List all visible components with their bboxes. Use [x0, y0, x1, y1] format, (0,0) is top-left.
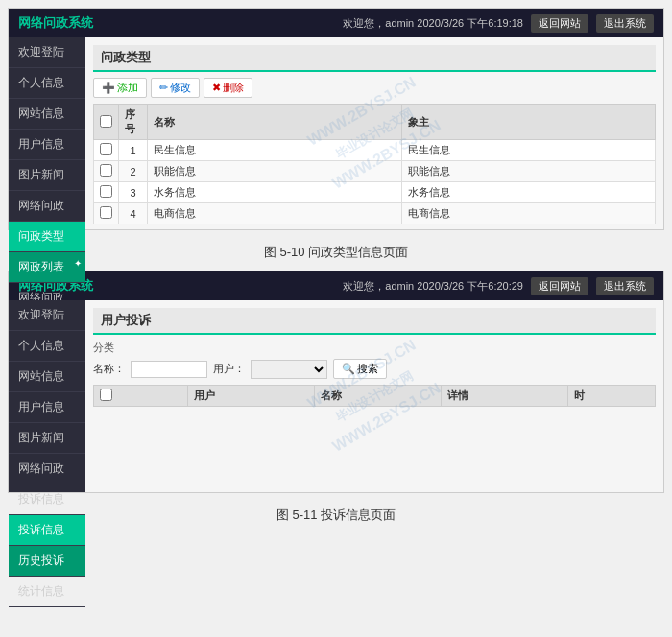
page-title-2: 用户投诉 [93, 308, 656, 335]
app-header-2: 网络问政系统 欢迎您，admin 2020/3/26 下午6:20:29 返回网… [9, 271, 663, 300]
sidebar-item-welcome-1[interactable]: 欢迎登陆 [9, 37, 85, 68]
sidebar-item-website-2[interactable]: 网站信息 [9, 362, 85, 392]
caption-2: 图 5-11 投诉信息页面 [8, 499, 664, 533]
sidebar-item-complaint-active-2[interactable]: 投诉信息 [9, 515, 85, 546]
caption-1: 图 5-10 问政类型信息页面 [8, 236, 664, 271]
row-name: 职能信息 [148, 161, 402, 182]
sidebar-item-news-1[interactable]: 图片新闻 [9, 160, 85, 191]
table-row: 4 电商信息 电商信息 [94, 203, 656, 224]
row-parent: 水务信息 [401, 182, 656, 203]
table-row: 2 职能信息 职能信息 [94, 161, 656, 182]
welcome-text-2: 欢迎您，admin 2020/3/26 下午6:20:29 [343, 279, 523, 294]
user-label-2: 用户： [213, 362, 245, 376]
app-header-1: 网络问政系统 欢迎您，admin 2020/3/26 下午6:19:18 返回网… [9, 9, 663, 37]
sidebar-item-website-1[interactable]: 网站信息 [9, 99, 85, 130]
app-title-1: 网络问政系统 [18, 14, 93, 32]
main-content-2: 用户投诉 分类 名称： 用户： 🔍 搜索 [85, 300, 663, 492]
sidebar-item-list-1[interactable]: 网政列表 ✦ [9, 252, 85, 283]
return-site-btn-2[interactable]: 返回网站 [531, 277, 588, 295]
page-title-1: 问政类型 [93, 45, 656, 72]
header-right-2: 欢迎您，admin 2020/3/26 下午6:20:29 返回网站 退出系统 [343, 277, 654, 295]
del-icon-1: ✖ [212, 82, 221, 94]
sidebar-item-history-2[interactable]: 历史投诉 [9, 546, 85, 577]
col-check-1 [94, 105, 119, 140]
sidebar-item-users-2[interactable]: 用户信息 [9, 392, 85, 423]
select-all-1[interactable] [100, 115, 112, 128]
col-parent-1: 象主 [401, 105, 656, 140]
col-check-2 [94, 386, 188, 407]
sidebar-2: 欢迎登陆 个人信息 网站信息 用户信息 图片新闻 网络问政 投诉信息 投诉信息 … [9, 300, 85, 492]
sidebar-item-complaint2-2[interactable]: 投诉信息 [9, 484, 85, 515]
row-name: 民生信息 [148, 140, 402, 161]
user-select-2[interactable] [251, 360, 327, 379]
sidebar-item-type-1[interactable]: 问政类型 [9, 222, 85, 252]
sidebar-item-news-2[interactable]: 图片新闻 [9, 423, 85, 454]
edit-icon-1: ✏ [159, 82, 168, 94]
select-all-2[interactable] [100, 389, 112, 401]
col-detail-2: 详情 [442, 386, 568, 407]
classify-label-2: 分类 [93, 341, 656, 355]
sidebar-item-wenzhen-2[interactable]: 网络问政 [9, 454, 85, 484]
row-num: 3 [119, 182, 148, 203]
row-check[interactable] [94, 203, 119, 224]
row-num: 1 [119, 140, 148, 161]
row-check[interactable] [94, 161, 119, 182]
sidebar-item-welcome-2[interactable]: 欢迎登陆 [9, 300, 85, 331]
search-btn-2[interactable]: 🔍 搜索 [333, 359, 387, 379]
app-body-1: 欢迎登陆 个人信息 网站信息 用户信息 图片新闻 网络问政 问政类型 网政列表 … [9, 37, 663, 229]
logout-btn-2[interactable]: 退出系统 [596, 277, 654, 295]
panel-2: 网络问政系统 欢迎您，admin 2020/3/26 下午6:20:29 返回网… [8, 271, 664, 493]
add-btn-1[interactable]: ➕ 添加 [93, 78, 147, 98]
header-right-1: 欢迎您，admin 2020/3/26 下午6:19:18 返回网站 退出系统 [343, 14, 654, 33]
name-input-2[interactable] [131, 361, 207, 378]
row-name: 电商信息 [148, 203, 402, 224]
row-check[interactable] [94, 182, 119, 203]
search-row-2: 名称： 用户： 🔍 搜索 [93, 359, 656, 379]
main-content-1: 问政类型 ➕ 添加 ✏ 修改 ✖ 删除 [85, 37, 663, 229]
sidebar-item-personal-2[interactable]: 个人信息 [9, 331, 85, 362]
sidebar-item-personal-1[interactable]: 个人信息 [9, 68, 85, 99]
row-parent: 民生信息 [401, 140, 656, 161]
data-table-2: 用户 名称 详情 时 [93, 385, 656, 407]
row-num: 2 [119, 161, 148, 182]
logout-btn-1[interactable]: 退出系统 [596, 14, 654, 33]
row-check[interactable] [94, 140, 119, 161]
table-row: 1 民生信息 民生信息 [94, 140, 656, 161]
name-label-2: 名称： [93, 362, 125, 376]
table-row: 3 水务信息 水务信息 [94, 182, 656, 203]
col-name-1: 名称 [148, 105, 402, 140]
row-name: 水务信息 [148, 182, 402, 203]
welcome-text-1: 欢迎您，admin 2020/3/26 下午6:19:18 [343, 16, 523, 31]
data-table-1: 序号 名称 象主 1 民生信息 民生信息 2 职能信息 职能信息 3 水务信息 … [93, 104, 656, 224]
col-user-2: 用户 [188, 386, 315, 407]
row-parent: 电商信息 [401, 203, 656, 224]
row-num: 4 [119, 203, 148, 224]
toolbar-1: ➕ 添加 ✏ 修改 ✖ 删除 [93, 78, 656, 98]
edit-btn-1[interactable]: ✏ 修改 [151, 78, 200, 98]
panel-1: 网络问政系统 欢迎您，admin 2020/3/26 下午6:19:18 返回网… [8, 8, 664, 230]
add-icon-1: ➕ [102, 82, 115, 94]
app-body-2: 欢迎登陆 个人信息 网站信息 用户信息 图片新闻 网络问政 投诉信息 投诉信息 … [9, 300, 663, 492]
sidebar-1: 欢迎登陆 个人信息 网站信息 用户信息 图片新闻 网络问政 问政类型 网政列表 … [9, 37, 85, 229]
col-time-2: 时 [568, 386, 656, 407]
col-num-1: 序号 [119, 105, 148, 140]
search-icon-2: 🔍 [342, 363, 355, 375]
row-parent: 职能信息 [401, 161, 656, 182]
return-site-btn-1[interactable]: 返回网站 [531, 14, 588, 33]
sidebar-item-wenzhen-1[interactable]: 网络问政 [9, 191, 85, 222]
sidebar-item-users-1[interactable]: 用户信息 [9, 130, 85, 160]
del-btn-1[interactable]: ✖ 删除 [204, 78, 252, 98]
sidebar-item-stats-2[interactable]: 统计信息 [9, 577, 85, 607]
col-name-2: 名称 [315, 386, 442, 407]
